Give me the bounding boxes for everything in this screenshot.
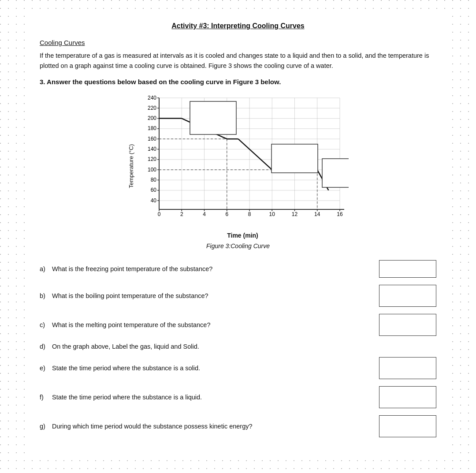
section-title: Cooling Curves: [40, 39, 85, 46]
chart-area: Temperature (°C): [128, 93, 349, 239]
y-axis-label: Temperature (°C): [128, 144, 134, 188]
svg-rect-75: [322, 159, 349, 187]
svg-text:60: 60: [150, 187, 156, 193]
svg-text:160: 160: [147, 136, 156, 142]
svg-rect-74: [271, 144, 318, 173]
svg-text:8: 8: [248, 211, 251, 217]
svg-text:6: 6: [225, 211, 228, 217]
question-g: g) During which time period would the su…: [40, 415, 436, 437]
qa-label-f: f): [40, 394, 52, 401]
cooling-curve-graph: 240 220 200 180 160 140 120 100 80 60 40: [137, 93, 349, 230]
qa-text-b: What is the boiling point temperature of…: [52, 292, 377, 299]
chart-wrapper: Temperature (°C): [110, 93, 366, 239]
svg-text:100: 100: [147, 167, 156, 173]
svg-text:40: 40: [150, 197, 156, 204]
qa-text-c: What is the melting point temperature of…: [52, 321, 377, 328]
question-a: a) What is the freezing point temperatur…: [40, 260, 436, 278]
svg-text:0: 0: [157, 211, 160, 217]
qa-text-d: On the graph above, Label the gas, liqui…: [52, 343, 436, 350]
qa-text-f: State the time period where the substanc…: [52, 394, 377, 401]
svg-text:10: 10: [269, 211, 275, 217]
qa-label-e: e): [40, 365, 52, 372]
answer-box-b[interactable]: [379, 285, 436, 307]
question-c: c) What is the melting point temperature…: [40, 314, 436, 336]
qa-label-g: g): [40, 423, 52, 430]
question-b: b) What is the boiling point temperature…: [40, 285, 436, 307]
question-header: 3. Answer the questions below based on t…: [40, 78, 436, 86]
answer-box-f[interactable]: [379, 386, 436, 408]
svg-text:16: 16: [337, 211, 343, 217]
qa-text-e: State the time period where the substanc…: [52, 365, 377, 372]
question-e: e) State the time period where the subst…: [40, 357, 436, 379]
qa-label-b: b): [40, 292, 52, 299]
svg-line-70: [238, 139, 272, 170]
qa-text-a: What is the freezing point temperature o…: [52, 265, 377, 272]
x-axis-label: Time (min): [227, 232, 258, 239]
question-d: d) On the graph above, Label the gas, li…: [40, 343, 436, 350]
qa-label-c: c): [40, 321, 52, 328]
svg-text:140: 140: [147, 146, 156, 152]
qa-label-a: a): [40, 265, 52, 272]
intro-text: If the temperature of a gas is measured …: [40, 51, 436, 71]
svg-text:80: 80: [150, 177, 156, 183]
answer-box-a[interactable]: [379, 260, 436, 278]
svg-text:2: 2: [180, 211, 183, 217]
svg-text:240: 240: [147, 95, 156, 101]
qa-label-d: d): [40, 343, 52, 350]
answer-box-e[interactable]: [379, 357, 436, 379]
chart-inner: 240 220 200 180 160 140 120 100 80 60 40: [137, 93, 349, 239]
svg-text:14: 14: [314, 211, 320, 217]
page-title: Activity #3: Interpreting Cooling Curves: [40, 22, 436, 30]
qa-text-g: During which time period would the subst…: [52, 423, 377, 430]
figure-caption: Figure 3:Cooling Curve: [40, 242, 436, 250]
answer-box-c[interactable]: [379, 314, 436, 336]
svg-rect-73: [190, 101, 236, 134]
main-content: Activity #3: Interpreting Cooling Curves…: [26, 13, 450, 453]
svg-text:220: 220: [147, 105, 156, 111]
qa-section: a) What is the freezing point temperatur…: [40, 260, 436, 437]
svg-text:4: 4: [203, 211, 206, 217]
svg-text:180: 180: [147, 125, 156, 131]
svg-text:12: 12: [291, 211, 298, 217]
question-f: f) State the time period where the subst…: [40, 386, 436, 408]
svg-text:120: 120: [147, 156, 156, 162]
svg-text:200: 200: [147, 115, 156, 121]
answer-box-g[interactable]: [379, 415, 436, 437]
